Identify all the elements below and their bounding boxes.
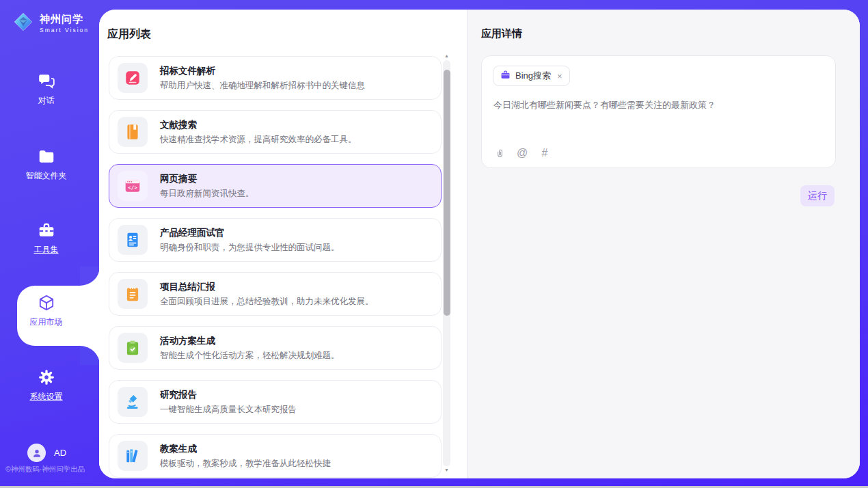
- sidebar-item-label: 智能文件夹: [26, 170, 67, 182]
- sidebar-item-app-market[interactable]: 应用市场: [0, 294, 92, 328]
- books-icon: [118, 441, 148, 471]
- scrollbar-track[interactable]: [443, 60, 450, 466]
- user-label: AD: [54, 448, 66, 458]
- app-card-title: 产品经理面试官: [160, 227, 340, 239]
- app-card-desc: 模板驱动，教案秒成，教学准备从此轻松快捷: [160, 458, 331, 470]
- notepad-icon: [118, 279, 148, 309]
- folder-icon: [38, 148, 55, 165]
- app-card-activity-plan[interactable]: 活动方案生成智能生成个性化活动方案，轻松解决规划难题。: [109, 326, 442, 370]
- app-card-research-report[interactable]: 研究报告一键智能生成高质量长文本研究报告: [109, 380, 442, 424]
- app-card-desc: 智能生成个性化活动方案，轻松解决规划难题。: [160, 350, 340, 362]
- scrollbar[interactable]: ▲ ▼: [443, 52, 450, 474]
- tool-tag-label: Bing搜索: [515, 70, 551, 82]
- sidebar-item-label: 应用市场: [30, 316, 63, 328]
- query-input-card[interactable]: Bing搜索 × 今日湖北有哪些新闻要点？有哪些需要关注的最新政策？ @ #: [481, 55, 836, 168]
- app-card-desc: 一键智能生成高质量长文本研究报告: [160, 404, 297, 416]
- gear-icon: [38, 368, 55, 386]
- app-list-panel: 应用列表 招标文件解析帮助用户快速、准确地理解和解析招标书中的关键信息文献搜索快…: [99, 10, 467, 478]
- app-card-pm-interviewer[interactable]: 产品经理面试官明确身份和职责，为您提供专业性的面试问题。: [109, 218, 442, 262]
- copyright: ©神州数码·神州问学出品: [5, 465, 85, 474]
- app-card-title: 活动方案生成: [160, 335, 340, 347]
- app-card-desc: 快速精准查找学术资源，提高研究效率的必备工具。: [160, 134, 357, 146]
- resume-icon: [118, 225, 148, 255]
- clipboard-icon: [118, 333, 148, 363]
- scroll-down-arrow[interactable]: ▼: [443, 466, 450, 474]
- sidebar-item-label: 对话: [38, 95, 55, 107]
- app-card-title: 文献搜索: [160, 119, 357, 131]
- brand-subtitle: Smart Vision: [40, 27, 89, 33]
- app-list-title: 应用列表: [107, 27, 151, 42]
- run-button[interactable]: 运行: [800, 185, 835, 206]
- paperclip-icon[interactable]: [493, 147, 506, 159]
- bulge-curve-top: [80, 267, 100, 286]
- app-detail-title: 应用详情: [481, 27, 522, 40]
- main-content: 应用列表 招标文件解析帮助用户快速、准确地理解和解析招标书中的关键信息文献搜索快…: [99, 10, 860, 478]
- app-card-tender-parse[interactable]: 招标文件解析帮助用户快速、准确地理解和解析招标书中的关键信息: [109, 56, 442, 100]
- brand-logo-icon: [12, 11, 34, 36]
- scrollbar-thumb[interactable]: [444, 70, 450, 316]
- sidebar-item-label: 系统设置: [30, 391, 63, 403]
- sidebar-item-chat[interactable]: 对话: [0, 72, 92, 107]
- brand: 神州问学 Smart Vision: [12, 11, 89, 36]
- toolbox-icon: [38, 221, 55, 239]
- avatar: [27, 444, 46, 462]
- input-toolbar: @ #: [493, 147, 551, 159]
- app-card-title: 网页摘要: [160, 173, 254, 185]
- chat-icon: [38, 72, 55, 90]
- hash-icon[interactable]: #: [539, 147, 551, 159]
- query-text[interactable]: 今日湖北有哪些新闻要点？有哪些需要关注的最新政策？: [493, 98, 824, 112]
- app-card-title: 教案生成: [160, 443, 331, 455]
- user-account[interactable]: AD: [27, 444, 66, 462]
- webpage-icon: </>: [118, 171, 148, 201]
- book-icon: [118, 117, 148, 147]
- app-card-desc: 每日政府新闻资讯快查。: [160, 188, 254, 200]
- cube-icon: [38, 294, 55, 312]
- at-icon[interactable]: @: [516, 147, 528, 159]
- svg-text:</>: </>: [128, 185, 137, 191]
- app-detail-panel: 应用详情 Bing搜索 × 今日湖北有哪些新闻要点？有哪些需要关注的最新政策？ …: [467, 10, 860, 478]
- scroll-up-arrow[interactable]: ▲: [443, 52, 450, 60]
- app-card-desc: 全面回顾项目进展，总结经验教训，助力未来优化发展。: [160, 296, 374, 308]
- app-card-web-summary[interactable]: </>网页摘要每日政府新闻资讯快查。: [109, 164, 442, 208]
- app-card-desc: 明确身份和职责，为您提供专业性的面试问题。: [160, 242, 340, 254]
- app-card-literature-search[interactable]: 文献搜索快速精准查找学术资源，提高研究效率的必备工具。: [109, 110, 442, 154]
- bulge-curve-bottom: [80, 346, 100, 365]
- app-card-title: 招标文件解析: [160, 65, 365, 77]
- app-card-desc: 帮助用户快速、准确地理解和解析招标书中的关键信息: [160, 80, 365, 92]
- app-card-lesson-plan[interactable]: 教案生成模板驱动，教案秒成，教学准备从此轻松快捷: [109, 434, 442, 478]
- close-icon[interactable]: ×: [557, 72, 562, 81]
- sidebar: 神州问学 Smart Vision 对话智能文件夹工具集应用市场系统设置 AD …: [0, 0, 99, 488]
- brand-name: 神州问学: [40, 13, 89, 26]
- app-card-project-report[interactable]: 项目总结汇报全面回顾项目进展，总结经验教训，助力未来优化发展。: [109, 272, 442, 316]
- microscope-icon: [118, 387, 148, 417]
- sidebar-item-toolkit[interactable]: 工具集: [0, 221, 92, 256]
- app-card-title: 项目总结汇报: [160, 281, 374, 293]
- briefcase-icon: [500, 70, 511, 83]
- tool-tag-bing-search[interactable]: Bing搜索 ×: [493, 66, 570, 86]
- sidebar-item-settings[interactable]: 系统设置: [0, 368, 92, 403]
- edit-doc-icon: [118, 63, 148, 93]
- app-card-title: 研究报告: [160, 389, 297, 401]
- sidebar-item-label: 工具集: [34, 244, 59, 256]
- sidebar-item-smart-folder[interactable]: 智能文件夹: [0, 148, 92, 182]
